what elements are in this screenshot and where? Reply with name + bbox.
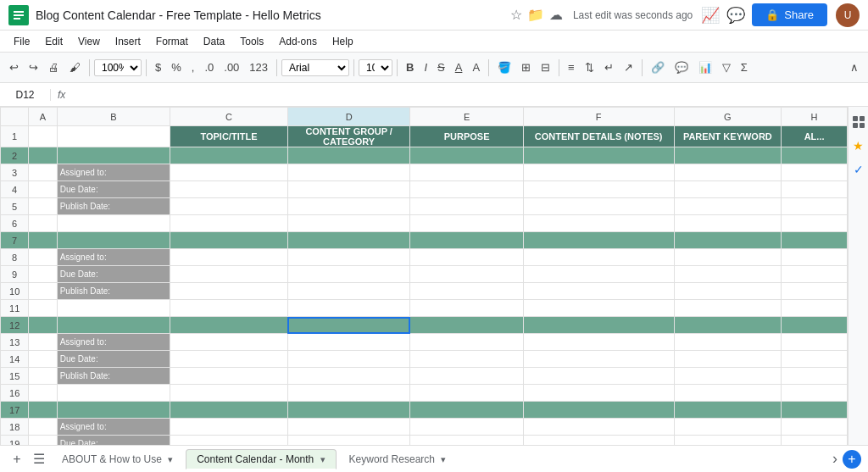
cell-a6[interactable] bbox=[29, 215, 57, 232]
cell-c16[interactable] bbox=[170, 385, 288, 402]
cell-h8[interactable] bbox=[782, 249, 848, 266]
underline-button[interactable]: A bbox=[451, 58, 467, 76]
cell-f7[interactable] bbox=[523, 232, 674, 249]
cell-e18[interactable] bbox=[410, 419, 523, 436]
cell-b10-publish[interactable]: Publish Date: bbox=[57, 283, 170, 300]
cell-a13[interactable] bbox=[29, 334, 57, 351]
cell-b15-publish[interactable]: Publish Date: bbox=[57, 368, 170, 385]
new-sheet-button[interactable]: + bbox=[843, 450, 861, 469]
strikethrough-button[interactable]: S bbox=[433, 58, 449, 76]
cell-a5[interactable] bbox=[29, 198, 57, 215]
col-header-e[interactable]: E bbox=[410, 108, 523, 126]
cell-a17[interactable] bbox=[29, 402, 57, 419]
cell-b11[interactable] bbox=[57, 300, 170, 317]
cell-h12[interactable] bbox=[782, 317, 848, 334]
cell-a12[interactable] bbox=[29, 317, 57, 334]
cell-h18[interactable] bbox=[782, 419, 848, 436]
cell-b5-publish[interactable]: Publish Date: bbox=[57, 198, 170, 215]
cell-d9[interactable] bbox=[287, 266, 409, 283]
cell-b13-assigned[interactable]: Assigned to: bbox=[57, 334, 170, 351]
cell-h3[interactable] bbox=[782, 164, 848, 181]
italic-button[interactable]: I bbox=[420, 58, 431, 76]
font-size-select[interactable]: 10 bbox=[359, 59, 392, 76]
cell-a15[interactable] bbox=[29, 368, 57, 385]
cell-g4[interactable] bbox=[674, 181, 782, 198]
tab-keyword-research[interactable]: Keyword Research ▾ bbox=[338, 449, 458, 469]
cell-e13[interactable] bbox=[410, 334, 523, 351]
sheet-list-button[interactable]: ☰ bbox=[29, 449, 49, 469]
cell-d2[interactable] bbox=[287, 147, 409, 164]
cell-a18[interactable] bbox=[29, 419, 57, 436]
cell-h9[interactable] bbox=[782, 266, 848, 283]
cell-h10[interactable] bbox=[782, 283, 848, 300]
cell-c11[interactable] bbox=[170, 300, 288, 317]
cell-g16[interactable] bbox=[674, 385, 782, 402]
menu-tools[interactable]: Tools bbox=[233, 34, 270, 49]
cell-a14[interactable] bbox=[29, 351, 57, 368]
cell-c18[interactable] bbox=[170, 419, 288, 436]
cell-g9[interactable] bbox=[674, 266, 782, 283]
cell-h13[interactable] bbox=[782, 334, 848, 351]
folder-icon[interactable]: 📁 bbox=[527, 7, 544, 23]
cell-h15[interactable] bbox=[782, 368, 848, 385]
cell-b1[interactable] bbox=[57, 126, 170, 147]
cell-b4-duedate[interactable]: Due Date: bbox=[57, 181, 170, 198]
cell-h2[interactable] bbox=[782, 147, 848, 164]
cell-e5[interactable] bbox=[410, 198, 523, 215]
cell-d18[interactable] bbox=[287, 419, 409, 436]
cell-f8[interactable] bbox=[523, 249, 674, 266]
cell-b17[interactable] bbox=[57, 402, 170, 419]
cell-d5[interactable] bbox=[287, 198, 409, 215]
cell-e1-purpose[interactable]: PURPOSE bbox=[410, 126, 523, 147]
cell-c8[interactable] bbox=[170, 249, 288, 266]
cell-d8[interactable] bbox=[287, 249, 409, 266]
cell-b6[interactable] bbox=[57, 215, 170, 232]
cell-d10[interactable] bbox=[287, 283, 409, 300]
cell-c15[interactable] bbox=[170, 368, 288, 385]
cell-e9[interactable] bbox=[410, 266, 523, 283]
cell-f1-details[interactable]: CONTENT DETAILS (NOTES) bbox=[523, 126, 674, 147]
cell-f14[interactable] bbox=[523, 351, 674, 368]
cell-b14-duedate[interactable]: Due Date: bbox=[57, 351, 170, 368]
cell-a2[interactable] bbox=[29, 147, 57, 164]
cell-f5[interactable] bbox=[523, 198, 674, 215]
cell-h5[interactable] bbox=[782, 198, 848, 215]
cell-g6[interactable] bbox=[674, 215, 782, 232]
cell-e7[interactable] bbox=[410, 232, 523, 249]
cell-h1-al[interactable]: AL... bbox=[782, 126, 848, 147]
cell-e19[interactable] bbox=[410, 436, 523, 446]
cell-b7[interactable] bbox=[57, 232, 170, 249]
cell-f19[interactable] bbox=[523, 436, 674, 446]
cell-a4[interactable] bbox=[29, 181, 57, 198]
valign-button[interactable]: ⇅ bbox=[581, 58, 598, 76]
cell-b3-assigned[interactable]: Assigned to: bbox=[57, 164, 170, 181]
cell-d13[interactable] bbox=[287, 334, 409, 351]
cell-c3[interactable] bbox=[170, 164, 288, 181]
cell-b2[interactable] bbox=[57, 147, 170, 164]
cell-d4[interactable] bbox=[287, 181, 409, 198]
cell-g14[interactable] bbox=[674, 351, 782, 368]
share-button[interactable]: 🔒 Share bbox=[752, 3, 827, 26]
avatar[interactable]: U bbox=[836, 3, 860, 27]
cell-d6[interactable] bbox=[287, 215, 409, 232]
cell-g19[interactable] bbox=[674, 436, 782, 446]
star-panel-icon[interactable]: ★ bbox=[850, 137, 867, 154]
cell-h4[interactable] bbox=[782, 181, 848, 198]
cell-a19[interactable] bbox=[29, 436, 57, 446]
text-color-button[interactable]: A bbox=[468, 58, 484, 76]
bold-button[interactable]: B bbox=[402, 58, 418, 76]
cell-d3[interactable] bbox=[287, 164, 409, 181]
cell-c17[interactable] bbox=[170, 402, 288, 419]
cell-f13[interactable] bbox=[523, 334, 674, 351]
redo-button[interactable]: ↪ bbox=[25, 58, 42, 76]
cell-c14[interactable] bbox=[170, 351, 288, 368]
cell-e8[interactable] bbox=[410, 249, 523, 266]
cell-d19[interactable] bbox=[287, 436, 409, 446]
col-header-a[interactable]: A bbox=[29, 108, 57, 126]
cell-a3[interactable] bbox=[29, 164, 57, 181]
number-format-button[interactable]: 123 bbox=[245, 58, 272, 76]
add-sheet-button[interactable]: + bbox=[7, 449, 27, 469]
cell-h14[interactable] bbox=[782, 351, 848, 368]
cell-a7[interactable] bbox=[29, 232, 57, 249]
cell-d15[interactable] bbox=[287, 368, 409, 385]
